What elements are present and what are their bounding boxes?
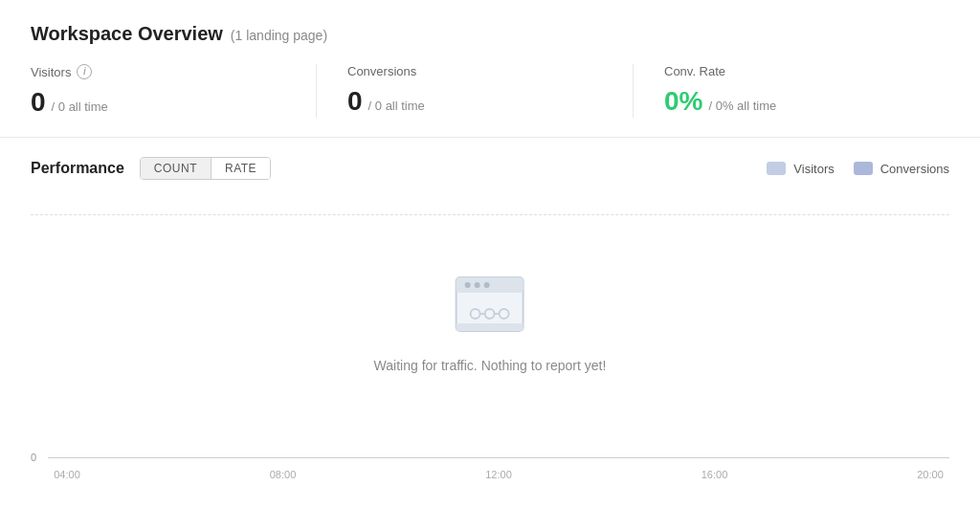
axis-line bbox=[48, 457, 949, 458]
chart-legend: Visitors Conversions bbox=[767, 162, 949, 176]
page-title-row: Workspace Overview (1 landing page) bbox=[31, 23, 949, 45]
toggle-count-button[interactable]: COUNT bbox=[141, 158, 211, 179]
svg-point-3 bbox=[475, 282, 480, 288]
stat-conv-rate-alltime: / 0% all time bbox=[708, 99, 776, 113]
stat-conversions-value: 0 bbox=[347, 86, 363, 117]
stat-visitors-value-row: 0 / 0 all time bbox=[31, 87, 285, 118]
stat-conversions-label: Conversions bbox=[347, 64, 602, 78]
page-title: Workspace Overview bbox=[31, 23, 223, 45]
chart-empty-state: Waiting for traffic. Nothing to report y… bbox=[374, 266, 607, 373]
page-subtitle: (1 landing page) bbox=[231, 28, 327, 43]
stat-conversions: Conversions 0 / 0 all time bbox=[316, 64, 633, 118]
svg-point-2 bbox=[465, 282, 471, 288]
chart-area: Waiting for traffic. Nothing to report y… bbox=[31, 195, 949, 444]
stat-visitors-value: 0 bbox=[31, 87, 46, 118]
legend-conversions: Conversions bbox=[854, 162, 949, 176]
stats-row: Visitors i 0 / 0 all time Conversions 0 … bbox=[31, 64, 949, 118]
toggle-rate-button[interactable]: RATE bbox=[211, 158, 270, 179]
x-labels: 04:00 08:00 12:00 16:00 20:00 bbox=[31, 463, 949, 480]
axis-zero-label: 0 bbox=[31, 452, 40, 463]
chart-bottom: 0 04:00 08:00 12:00 16:00 20:00 bbox=[31, 444, 949, 480]
svg-point-7 bbox=[500, 309, 509, 319]
svg-point-6 bbox=[485, 309, 495, 319]
x-label-1: 04:00 bbox=[48, 469, 86, 480]
chart-empty-text: Waiting for traffic. Nothing to report y… bbox=[374, 358, 607, 373]
stat-conv-rate-value-row: 0% / 0% all time bbox=[664, 86, 919, 117]
chart-dashed-line bbox=[31, 214, 949, 215]
legend-visitors-label: Visitors bbox=[793, 162, 834, 176]
legend-visitors: Visitors bbox=[767, 162, 834, 176]
stat-visitors: Visitors i 0 / 0 all time bbox=[31, 64, 316, 118]
page: Workspace Overview (1 landing page) Visi… bbox=[0, 0, 980, 508]
stat-conversions-alltime: / 0 all time bbox=[368, 99, 425, 113]
stat-conv-rate-value: 0% bbox=[664, 86, 702, 117]
legend-visitors-swatch bbox=[767, 162, 786, 175]
performance-header: Performance COUNT RATE Visitors Conversi… bbox=[31, 157, 949, 180]
stat-visitors-label: Visitors i bbox=[31, 64, 285, 79]
performance-section: Performance COUNT RATE Visitors Conversi… bbox=[0, 138, 980, 480]
toggle-buttons: COUNT RATE bbox=[140, 157, 271, 180]
x-label-3: 12:00 bbox=[479, 469, 518, 480]
svg-point-4 bbox=[484, 282, 490, 288]
empty-state-icon bbox=[447, 266, 533, 342]
stat-conv-rate: Conv. Rate 0% / 0% all time bbox=[633, 64, 949, 118]
visitors-info-icon[interactable]: i bbox=[77, 64, 92, 79]
performance-title: Performance bbox=[31, 160, 124, 177]
stat-conversions-value-row: 0 / 0 all time bbox=[347, 86, 602, 117]
legend-conversions-swatch bbox=[854, 162, 873, 175]
x-label-4: 16:00 bbox=[696, 469, 734, 480]
performance-left: Performance COUNT RATE bbox=[31, 157, 271, 180]
header-section: Workspace Overview (1 landing page) Visi… bbox=[0, 0, 980, 138]
stat-visitors-alltime: / 0 all time bbox=[52, 99, 108, 114]
x-label-2: 08:00 bbox=[264, 469, 302, 480]
stat-conv-rate-label: Conv. Rate bbox=[664, 64, 919, 78]
axis-row: 0 bbox=[31, 452, 949, 463]
x-label-5: 20:00 bbox=[911, 469, 949, 480]
svg-point-5 bbox=[471, 309, 480, 319]
legend-conversions-label: Conversions bbox=[880, 162, 949, 176]
svg-rect-10 bbox=[457, 323, 523, 331]
